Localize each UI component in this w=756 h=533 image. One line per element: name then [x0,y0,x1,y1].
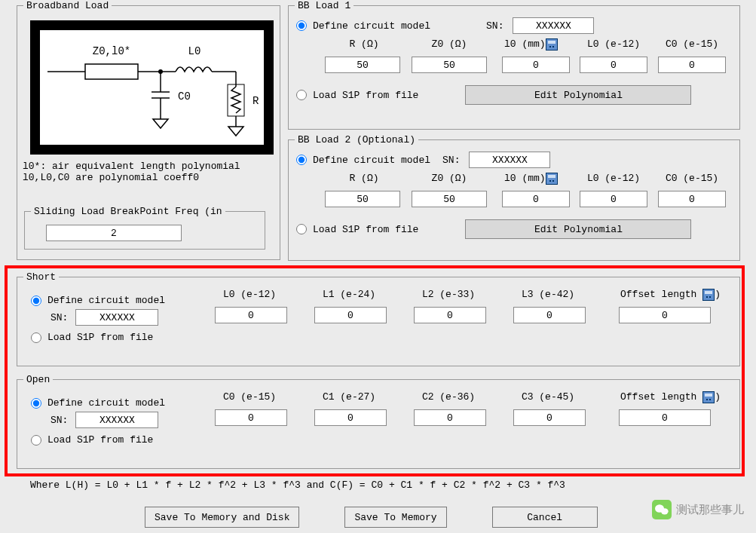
bbload2-legend: BB Load 2 (Optional) [295,134,418,146]
open-C2-head: C2 (e-36) [411,391,486,403]
open-sn-input[interactable] [75,412,158,428]
bbload1-sn-input[interactable] [513,17,594,34]
short-L1-input[interactable] [314,307,387,323]
short-s1p-radio[interactable] [31,332,41,343]
short-L0-input[interactable] [215,307,287,323]
short-L1-head: L1 (e-24) [311,289,387,300]
open-C2-input[interactable] [414,409,486,426]
save-mem-disk-button[interactable]: Save To Memory and Disk [145,507,299,528]
bbload2-s1p-label: Load S1P from file [313,224,418,235]
open-C1-input[interactable] [314,409,387,426]
open-C0-input[interactable] [215,409,287,426]
short-legend: Short [23,271,59,283]
calculator-icon[interactable] [702,391,715,403]
short-L2-head: L2 (e-33) [411,289,486,300]
bbload1-fieldset: BB Load 1 Define circuit model SN: R (Ω)… [288,0,740,130]
bbload1-l0-input[interactable] [502,57,570,73]
bbload2-l0-head: l0 (mm) [504,173,546,184]
bbload2-Z0-head: Z0 (Ω) [419,173,479,184]
short-off-head-wrap: Offset length ) [620,289,721,301]
watermark-text: 测试那些事儿 [676,503,744,517]
paren-close: ) [715,391,721,403]
watermark: 测试那些事儿 [652,500,744,519]
bbload1-legend: BB Load 1 [295,0,354,11]
bbload2-l0-input[interactable] [502,191,570,207]
formula-text: Where L(H) = L0 + L1 * f + L2 * f^2 + L3… [30,479,565,491]
broadband-load-legend: Broadband Load [23,0,112,11]
open-off-input[interactable] [619,409,711,426]
short-L3-input[interactable] [513,307,586,323]
short-L2-input[interactable] [414,307,486,323]
bbload2-l0-head-wrap: l0 (mm) [504,173,572,185]
calculator-icon[interactable] [546,173,558,185]
bbload1-l0-head-wrap: l0 (mm) [504,38,572,51]
paren-close: ) [715,289,721,300]
short-sn-label: SN: [51,312,68,323]
open-off-head-wrap: Offset length ) [620,391,721,403]
sliding-load-fieldset: Sliding Load BreakPoint Freq (in [24,206,265,250]
bbload2-s1p-radio[interactable] [296,224,307,234]
short-off-head: Offset length [620,289,702,300]
open-s1p-radio[interactable] [31,435,41,446]
bbload2-R-head: R (Ω) [334,173,394,184]
bbload2-define-radio[interactable] [296,155,307,165]
wechat-icon [652,500,672,519]
bbload2-sn-label: SN: [442,155,460,166]
bbload1-s1p-label: Load S1P from file [313,90,418,101]
bbload1-l0-head: l0 (mm) [504,38,546,50]
open-fieldset: Open Define circuit model SN: Load S1P f… [17,374,740,469]
bbload2-fieldset: BB Load 2 (Optional) Define circuit mode… [288,134,740,261]
bbload2-editpoly-button[interactable]: Edit Polynomial [465,219,691,239]
bbload1-editpoly-button[interactable]: Edit Polynomial [465,85,691,105]
short-sn-input[interactable] [75,309,158,326]
bbload1-sn-label: SN: [486,20,503,32]
circuit-diagram: Z0,l0* L0 R C0 [30,20,274,155]
svg-text:C0: C0 [178,90,191,103]
bbload2-R-input[interactable] [325,191,400,207]
bbload1-define-label: Define circuit model [313,20,430,32]
bbload1-C0-input[interactable] [658,57,726,73]
bbload2-L0-head: L0 (e-12) [580,173,647,184]
open-off-head: Offset length [620,391,702,403]
open-C3-head: C3 (e-45) [510,391,586,403]
svg-rect-1 [85,64,138,79]
bbload2-L0-input[interactable] [580,191,647,207]
bbload1-R-input[interactable] [325,57,400,73]
short-fieldset: Short Define circuit model SN: Load S1P … [17,271,740,366]
bbload1-L0-input[interactable] [580,57,647,73]
svg-text:L0: L0 [188,45,201,57]
bbload2-C0-head: C0 (e-15) [658,173,726,184]
bbload2-C0-input[interactable] [658,191,726,207]
calculator-icon[interactable] [702,289,715,301]
short-define-label: Define circuit model [47,295,165,306]
open-define-radio[interactable] [31,398,41,409]
cancel-button[interactable]: Cancel [492,507,598,528]
open-define-label: Define circuit model [47,397,165,409]
bbload1-Z0-input[interactable] [412,57,487,73]
open-C1-head: C1 (e-27) [311,391,387,403]
svg-point-17 [661,508,669,514]
open-sn-label: SN: [51,415,68,426]
open-C3-input[interactable] [513,409,586,426]
bbload1-L0-head: L0 (e-12) [580,38,647,50]
open-legend: Open [23,374,53,385]
calculator-icon[interactable] [546,38,558,51]
sliding-load-freq-input[interactable] [46,225,182,241]
bbload1-define-radio[interactable] [296,20,307,31]
svg-text:Z0,l0*: Z0,l0* [93,45,130,57]
short-L0-head: L0 (e-12) [212,289,287,300]
svg-text:R: R [253,95,259,107]
bbload2-define-label: Define circuit model [313,155,430,166]
bbload1-s1p-radio[interactable] [296,90,307,100]
short-s1p-label: Load S1P from file [47,332,153,343]
circuit-caption: l0*: air equivalent length polynomial l0… [23,161,279,183]
bbload1-C0-head: C0 (e-15) [658,38,726,50]
save-mem-button[interactable]: Save To Memory [344,507,446,528]
short-define-radio[interactable] [31,296,41,306]
bbload2-Z0-input[interactable] [412,191,487,207]
sliding-load-legend: Sliding Load BreakPoint Freq (in [31,206,225,217]
bbload1-R-head: R (Ω) [334,38,394,50]
open-s1p-label: Load S1P from file [47,434,153,446]
short-off-input[interactable] [619,307,711,323]
bbload2-sn-input[interactable] [469,152,550,168]
